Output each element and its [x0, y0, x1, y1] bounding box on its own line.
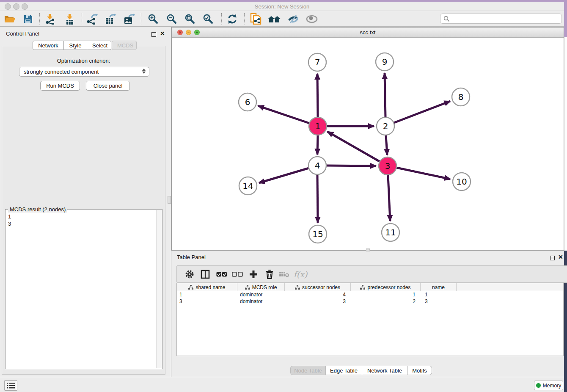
tab-network-table[interactable]: Network Table [362, 366, 407, 375]
main-toolbar [0, 11, 564, 27]
select-all-rows-icon[interactable] [215, 268, 228, 281]
mcds-result-box: MCDS result (2 nodes) 1 3 [5, 209, 162, 369]
table-row[interactable]: 3 dominator 3 2 3 [177, 298, 563, 305]
table-row[interactable]: 1 dominator 4 1 1 [177, 291, 563, 298]
svg-text:11: 11 [385, 227, 396, 237]
close-panel-icon[interactable]: ✕ [160, 31, 165, 36]
close-window-button[interactable] [5, 3, 11, 10]
edge-3-10[interactable] [396, 168, 450, 179]
export-table-icon[interactable] [103, 13, 118, 25]
refresh-view-icon[interactable] [225, 13, 239, 25]
edge-4-14[interactable] [259, 168, 309, 183]
open-session-icon[interactable] [3, 13, 17, 25]
edge-4-3[interactable] [326, 166, 376, 166]
clone-network-icon[interactable] [249, 13, 263, 25]
table-panel-title: Table Panel [177, 254, 206, 260]
edge-1-4[interactable] [317, 135, 318, 155]
node-7[interactable]: 7 [308, 53, 326, 71]
dropdown-stepper-icon [142, 69, 146, 74]
hide-selected-icon[interactable] [286, 13, 300, 25]
mcds-result-legend: MCDS result (2 nodes) [8, 206, 67, 213]
column-header-name[interactable]: name [421, 283, 457, 291]
delete-columns-trash-icon[interactable] [263, 268, 276, 281]
memory-status-icon [536, 383, 541, 388]
node-4[interactable]: 4 [308, 157, 326, 174]
column-header-predecessor-nodes[interactable]: predecessor nodes [351, 283, 421, 291]
edge-3-11[interactable] [388, 175, 390, 221]
svg-text:2: 2 [383, 121, 388, 131]
tab-edge-table[interactable]: Edge Table [326, 366, 362, 375]
svg-text:6: 6 [245, 97, 250, 107]
run-mcds-button[interactable]: Run MCDS [40, 81, 80, 91]
split-view-icon[interactable] [198, 268, 212, 281]
export-network-icon[interactable] [85, 13, 99, 25]
zoom-out-icon[interactable] [165, 13, 179, 25]
zoom-selected-icon[interactable] [201, 13, 215, 25]
network-canvas[interactable]: 7 9 6 8 1 2 4 3 14 10 15 11 [172, 38, 564, 250]
minimize-window-button[interactable] [13, 3, 19, 10]
add-column-icon[interactable] [247, 268, 260, 281]
close-panel-button[interactable]: Close panel [86, 81, 130, 91]
edge-2-3[interactable] [386, 135, 387, 155]
search-icon [443, 16, 450, 22]
float-panel-icon[interactable] [151, 31, 156, 39]
svg-text:15: 15 [312, 229, 323, 239]
import-table-icon[interactable] [63, 13, 77, 25]
node-6[interactable]: 6 [239, 93, 256, 111]
zoom-fit-icon[interactable] [183, 13, 197, 25]
attribute-icon [188, 285, 193, 290]
delete-table-icon[interactable] [278, 268, 291, 281]
search-input[interactable] [440, 14, 562, 24]
edge-2-8[interactable] [394, 101, 450, 123]
column-header-shared-name[interactable]: shared name [177, 283, 237, 291]
result-scrollbar[interactable] [156, 210, 162, 368]
node-11[interactable]: 11 [382, 224, 399, 241]
node-2[interactable]: 2 [377, 117, 394, 135]
desktop-edge-right-top [564, 0, 567, 37]
memory-button[interactable]: Memory [534, 381, 563, 390]
task-history-button[interactable] [4, 380, 17, 391]
vertical-splitter-grip[interactable] [168, 196, 171, 204]
tab-node-table[interactable]: Node Table [290, 366, 326, 375]
window-title: Session: New Session [0, 3, 564, 10]
tab-style[interactable]: Style [64, 41, 87, 50]
node-15[interactable]: 15 [309, 225, 327, 243]
desktop-edge-right-mid [564, 37, 567, 251]
tab-mcds[interactable]: MCDS [112, 41, 137, 50]
network-window-titlebar[interactable]: ✕ − + scc.txt [172, 28, 564, 38]
control-panel: Control Panel ✕ Network Style Select MCD… [0, 27, 167, 377]
edge-1-6[interactable] [258, 106, 309, 123]
close-table-panel-icon[interactable]: ✕ [558, 255, 563, 259]
show-all-networks-icon[interactable] [267, 13, 281, 25]
edge-3-1[interactable] [328, 132, 380, 162]
import-network-icon[interactable] [43, 13, 57, 25]
settings-gear-icon[interactable] [183, 268, 196, 281]
column-header-successor-nodes[interactable]: successor nodes [285, 283, 351, 291]
node-14[interactable]: 14 [239, 177, 257, 195]
edge-1-7[interactable] [317, 74, 318, 117]
svg-text:10: 10 [456, 177, 467, 187]
tab-motifs[interactable]: Motifs [407, 366, 432, 375]
node-3-selected[interactable]: 3 [379, 157, 396, 175]
export-image-icon[interactable] [122, 13, 136, 25]
node-table: shared name MCDS role successor nodes pr… [176, 283, 564, 356]
node-1-selected[interactable]: 1 [309, 117, 327, 135]
edge-4-15[interactable] [317, 174, 318, 223]
save-session-icon[interactable] [21, 13, 35, 25]
show-hidden-icon[interactable] [305, 13, 319, 25]
node-10[interactable]: 10 [453, 173, 471, 190]
float-table-panel-icon[interactable] [550, 254, 555, 262]
zoom-in-icon[interactable] [146, 13, 160, 25]
column-header-mcds-role[interactable]: MCDS role [237, 283, 285, 291]
criterion-dropdown[interactable]: strongly connected component [19, 67, 149, 77]
svg-text:4: 4 [315, 160, 320, 171]
tab-select[interactable]: Select [87, 41, 111, 50]
tab-network[interactable]: Network [33, 41, 64, 50]
function-builder-icon[interactable]: f(x) [294, 268, 307, 281]
edge-2-9[interactable] [385, 73, 385, 117]
zoom-window-button[interactable] [22, 3, 28, 10]
node-9[interactable]: 9 [376, 53, 394, 71]
node-8[interactable]: 8 [452, 88, 470, 106]
horizontal-splitter-grip[interactable] [366, 248, 370, 251]
deselect-all-rows-icon[interactable] [231, 268, 244, 281]
